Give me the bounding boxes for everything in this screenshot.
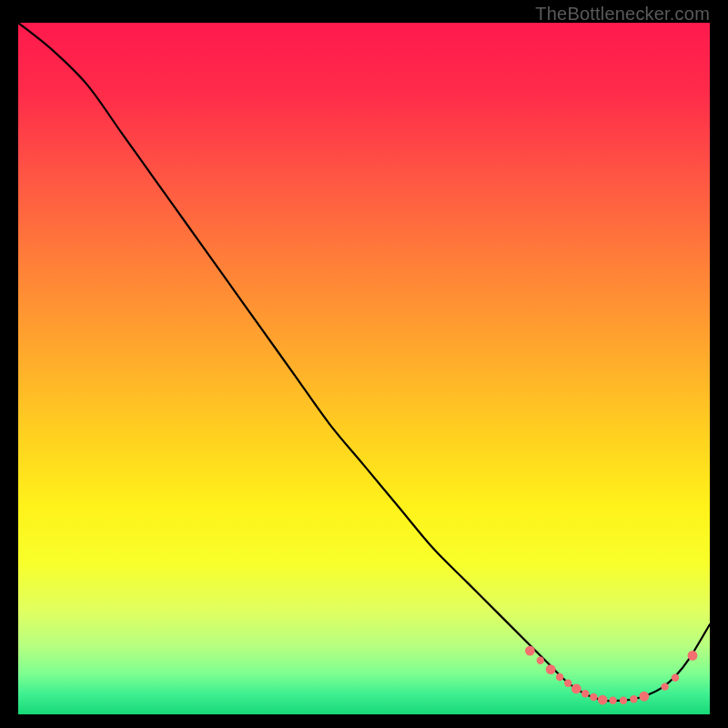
chart-stage: TheBottlenecker.com (0, 0, 728, 728)
plot-area (18, 23, 710, 714)
sample-point (581, 690, 589, 697)
sample-point (571, 683, 581, 693)
sample-point (564, 680, 571, 687)
gradient-background (18, 23, 710, 714)
sample-point (620, 697, 627, 704)
sample-point (556, 673, 563, 681)
sample-point (590, 693, 597, 701)
sample-point (609, 697, 616, 704)
chart-svg (18, 23, 710, 714)
attribution-label: TheBottlenecker.com (535, 4, 710, 25)
sample-point (546, 664, 556, 674)
sample-point (661, 682, 668, 690)
sample-point (630, 695, 637, 703)
sample-point (598, 695, 608, 705)
sample-point (672, 674, 679, 682)
sample-point (525, 646, 535, 656)
sample-point (639, 692, 649, 702)
sample-point (688, 651, 698, 661)
sample-point (537, 657, 544, 664)
